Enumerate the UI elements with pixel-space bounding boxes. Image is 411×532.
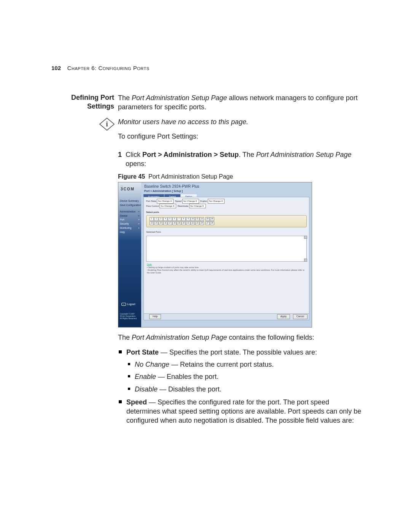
step-number: 1 [118,150,126,169]
port-4[interactable]: 4 [163,217,167,221]
body-column: The Port Administration Setup Page allow… [118,93,362,429]
figure-caption: Figure 45 Port Administration Setup Page [118,173,362,181]
fields-list: Port State — Specifies the port state. T… [118,348,362,425]
info-icon: i [99,117,115,131]
logout-link[interactable]: Logout [121,302,135,306]
ss-sidebar: ⌐⌐3COM Device Summary Save Configuration… [118,182,141,327]
port-16[interactable]: 16 [163,221,167,225]
step-text: Click Port > Administration > Setup. The… [126,150,362,169]
ss-device-title: Baseline Switch 2924-PWR Plus [141,182,312,189]
info-note-row: i Monitor users have no access to this p… [99,117,362,147]
field-speed: Speed — Specifies the configured rate fo… [118,398,362,425]
brand-logo: ⌐⌐3COM [121,185,135,192]
ss-form-row1: Port State No Change Speed No Change Dup… [144,197,309,209]
port-28[interactable]: 28 [210,221,214,225]
port-9[interactable]: 9 [186,217,190,221]
port-12[interactable]: 12 [200,217,204,221]
page-number: 102 [51,65,61,71]
select-ports-label: Select ports [144,210,309,214]
apply-button[interactable]: Apply [277,314,290,319]
port-21[interactable]: 21 [186,221,190,225]
svg-text:i: i [106,120,108,128]
port-5[interactable]: 5 [168,217,172,221]
scroll-down-icon[interactable] [304,259,307,262]
running-header: 102 Chapter 6: Configuring Ports [51,65,362,71]
port-state-options: No Change — Retains the current port sta… [126,360,362,394]
port-24[interactable]: 24 [200,221,204,225]
lead-in: To configure Port Settings: [118,132,362,141]
port-17[interactable]: 17 [168,221,172,225]
selected-ports-box [146,236,307,262]
ports-right-top[interactable]: 2526 [206,217,214,221]
nav-save-config[interactable]: Save Configuration [120,203,140,208]
port-26[interactable]: 26 [210,217,214,221]
help-button[interactable]: Help [149,314,161,319]
chapter-label: Chapter 6: Configuring Ports [67,65,150,71]
ss-note-block: Note • Setting up large numbers of ports… [144,263,309,274]
port-20[interactable]: 20 [182,221,186,225]
selected-ports-label: Selected Ports [144,230,309,234]
ss-form-panel: Port State No Change Speed No Change Dup… [143,197,309,320]
port-13[interactable]: 13 [150,221,154,225]
nav-port[interactable]: Port [120,218,140,222]
nav-device-summary[interactable]: Device Summary [120,199,140,203]
section-heading: Defining Port Settings [51,93,114,110]
after-figure-text: The Port Administration Setup Page conta… [118,333,362,342]
speed-select[interactable]: No Change [182,199,199,203]
cancel-button[interactable]: Cancel [293,314,307,319]
ss-button-bar: Help Apply Cancel [144,313,309,320]
ss-nav-menu: Device Summary Save Configuration Admini… [120,199,140,234]
duplex-select[interactable]: No Change [208,199,225,203]
nav-administration[interactable]: Administration [120,210,140,214]
ports-row-top[interactable]: 123456789101112 [150,217,204,221]
info-note-text: Monitor users have no access to this pag… [118,117,362,126]
port-10[interactable]: 10 [191,217,195,221]
document-page: 102 Chapter 6: Configuring Ports Definin… [0,0,411,532]
nav-security[interactable]: Security [120,222,140,226]
port-19[interactable]: 19 [177,221,181,225]
port-23[interactable]: 23 [195,221,199,225]
port-2[interactable]: 2 [154,217,158,221]
ss-breadcrumb: Port > Administration [ Setup ] [141,189,312,194]
ports-right-bottom[interactable]: 2728 [206,221,214,225]
content-columns: Defining Port Settings The Port Administ… [51,93,362,429]
intro-paragraph: The Port Administration Setup Page allow… [118,93,362,112]
port-27[interactable]: 27 [206,221,210,225]
flow-control-select[interactable]: No Change [159,204,176,208]
ports-row-bottom[interactable]: 131415161718192021222324 [150,221,204,225]
copyright-text: Copyright © 2007 3Com Corporation. All R… [120,313,137,320]
port-11[interactable]: 11 [195,217,199,221]
port-state-select[interactable]: No Change [157,199,174,203]
scroll-up-icon[interactable] [304,236,307,239]
embedded-screenshot: ⌐⌐3COM Device Summary Save Configuration… [118,182,312,328]
field-port-state: Port State — Specifies the port state. T… [118,348,362,394]
opt-enable: Enable — Enables the port. [126,372,362,381]
nav-device[interactable]: Device [120,214,140,218]
port-15[interactable]: 15 [159,221,163,225]
port-1[interactable]: 1 [150,217,154,221]
step-1: 1 Click Port > Administration > Setup. T… [118,150,362,169]
port-14[interactable]: 14 [154,221,158,225]
reactivate-select[interactable]: No Change [189,204,206,208]
port-6[interactable]: 6 [172,217,177,221]
nav-monitoring[interactable]: Monitoring [120,226,140,230]
port-7[interactable]: 7 [177,217,181,221]
nav-help[interactable]: Help [120,230,140,235]
port-18[interactable]: 18 [172,221,177,225]
port-selector-box: 123456789101112 131415161718192021222324… [146,215,307,227]
ss-main-panel: Baseline Switch 2924-PWR Plus Port > Adm… [141,182,312,327]
port-8[interactable]: 8 [182,217,186,221]
port-22[interactable]: 22 [191,221,195,225]
opt-disable: Disable — Disables the port. [126,385,362,394]
port-3[interactable]: 3 [159,217,163,221]
port-25[interactable]: 25 [206,217,210,221]
opt-no-change: No Change — Retains the current port sta… [126,360,362,369]
